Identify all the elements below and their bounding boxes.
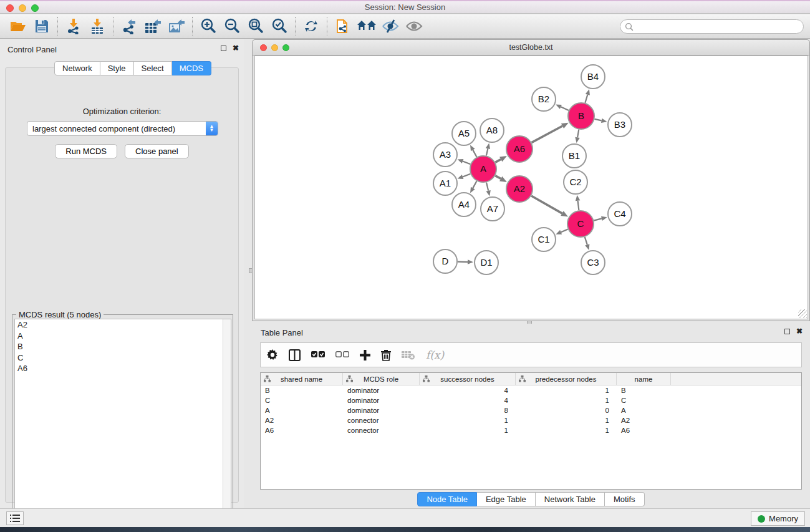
zoom-selected-button[interactable] bbox=[269, 16, 290, 36]
memory-button[interactable]: Memory bbox=[751, 511, 805, 526]
cell-name[interactable]: A bbox=[617, 407, 671, 414]
edge-A-A8[interactable] bbox=[486, 148, 488, 155]
cell-name[interactable]: A6 bbox=[617, 427, 671, 434]
edge-B-B3[interactable] bbox=[594, 119, 601, 121]
table-row[interactable]: Cdominator41C bbox=[261, 395, 801, 405]
cell-predecessor-nodes[interactable]: 1 bbox=[516, 397, 617, 404]
network-canvas[interactable]: B4B2BB3A5A8A6A3B1AA1A2C2A4A7CC1C4C3DD1 bbox=[254, 56, 808, 319]
table-row[interactable]: A6connector11A6 bbox=[261, 425, 801, 435]
tab-mcds[interactable]: MCDS bbox=[172, 61, 211, 75]
delete-column-button[interactable] bbox=[381, 349, 391, 361]
import-network-button[interactable] bbox=[63, 16, 84, 36]
edge-A-A7[interactable] bbox=[486, 182, 488, 190]
cell-shared-name[interactable]: A6 bbox=[261, 427, 343, 434]
mcds-result-item[interactable]: A bbox=[15, 331, 231, 342]
tab-style[interactable]: Style bbox=[100, 61, 134, 75]
criterion-dropdown[interactable]: largest connected component (directed) ▲… bbox=[27, 121, 218, 136]
tab-select[interactable]: Select bbox=[134, 61, 172, 75]
tab-node-table[interactable]: Node Table bbox=[417, 492, 477, 506]
edge-B-B1[interactable] bbox=[577, 130, 579, 138]
cell-predecessor-nodes[interactable]: 1 bbox=[516, 427, 617, 434]
deselect-all-rows-button[interactable] bbox=[335, 351, 349, 359]
edge-C-C4[interactable] bbox=[594, 218, 602, 220]
table-row[interactable]: Adominator80A bbox=[261, 405, 801, 415]
cell-predecessor-nodes[interactable]: 1 bbox=[516, 417, 617, 424]
table-row[interactable]: A2connector11A2 bbox=[261, 415, 801, 425]
run-mcds-button[interactable]: Run MCDS bbox=[55, 144, 117, 158]
close-panel-icon[interactable]: ✖ bbox=[233, 46, 239, 51]
edge-A-A6[interactable] bbox=[495, 159, 501, 162]
network-close-button[interactable] bbox=[260, 44, 267, 51]
column-header-predecessor-nodes[interactable]: predecessor nodes bbox=[516, 373, 617, 385]
edge-A6-B[interactable] bbox=[531, 126, 562, 143]
cell-MCDS-role[interactable]: connector bbox=[343, 417, 420, 424]
float-panel-icon[interactable] bbox=[221, 46, 226, 51]
column-header-shared-name[interactable]: shared name bbox=[261, 373, 343, 385]
tab-network-table[interactable]: Network Table bbox=[536, 492, 605, 506]
float-table-panel-icon[interactable] bbox=[784, 329, 790, 334]
edge-A-A1[interactable] bbox=[463, 174, 470, 177]
cell-MCDS-role[interactable]: dominator bbox=[343, 397, 420, 404]
export-network-button[interactable] bbox=[118, 16, 140, 36]
toggle-columns-button[interactable] bbox=[289, 349, 301, 361]
refresh-button[interactable] bbox=[301, 16, 322, 36]
edge-A-A3[interactable] bbox=[463, 162, 470, 165]
cell-MCDS-role[interactable]: dominator bbox=[343, 387, 420, 394]
cell-shared-name[interactable]: C bbox=[261, 397, 343, 404]
network-zoom-button[interactable] bbox=[282, 44, 289, 51]
cell-name[interactable]: A2 bbox=[617, 417, 671, 424]
edge-C-C3[interactable] bbox=[585, 237, 587, 245]
node-table[interactable]: shared nameMCDS rolesuccessor nodesprede… bbox=[260, 372, 802, 490]
export-table-button[interactable] bbox=[142, 16, 163, 36]
cell-name[interactable]: C bbox=[617, 397, 671, 404]
open-file-button[interactable] bbox=[7, 16, 29, 36]
edge-A-A5[interactable] bbox=[473, 150, 476, 157]
edge-A2-C[interactable] bbox=[531, 196, 562, 213]
cell-shared-name[interactable]: B bbox=[261, 387, 343, 394]
mcds-result-item[interactable]: B bbox=[15, 341, 231, 352]
zoom-window-button[interactable] bbox=[31, 4, 39, 12]
show-eye-button[interactable] bbox=[403, 16, 425, 36]
delete-table-button[interactable] bbox=[402, 350, 415, 360]
edge-A-A4[interactable] bbox=[473, 181, 476, 188]
result-list-scrollbar[interactable] bbox=[223, 319, 231, 525]
new-session-button[interactable] bbox=[332, 16, 354, 36]
home-button[interactable] bbox=[356, 16, 377, 36]
table-settings-button[interactable] bbox=[267, 349, 278, 360]
cell-predecessor-nodes[interactable]: 1 bbox=[516, 387, 617, 394]
tab-motifs[interactable]: Motifs bbox=[605, 492, 645, 506]
cell-successor-nodes[interactable]: 1 bbox=[420, 417, 516, 424]
edge-C-C2[interactable] bbox=[578, 201, 579, 210]
column-header-name[interactable]: name bbox=[617, 373, 671, 385]
edge-A-A2[interactable] bbox=[495, 176, 501, 179]
cell-successor-nodes[interactable]: 4 bbox=[420, 397, 516, 404]
edge-C-C1[interactable] bbox=[561, 230, 568, 233]
search-input[interactable] bbox=[636, 22, 803, 31]
minimize-window-button[interactable] bbox=[19, 4, 26, 12]
save-session-button[interactable] bbox=[31, 16, 52, 36]
mcds-result-item[interactable]: A2 bbox=[15, 319, 231, 331]
cell-successor-nodes[interactable]: 4 bbox=[420, 387, 516, 394]
zoom-in-button[interactable] bbox=[198, 16, 219, 36]
network-graph[interactable]: B4B2BB3A5A8A6A3B1AA1A2C2A4A7CC1C4C3DD1 bbox=[255, 56, 808, 319]
cell-predecessor-nodes[interactable]: 0 bbox=[516, 407, 617, 414]
cell-successor-nodes[interactable]: 1 bbox=[420, 427, 516, 434]
cell-shared-name[interactable]: A bbox=[261, 407, 343, 414]
cell-MCDS-role[interactable]: connector bbox=[343, 427, 420, 434]
add-column-button[interactable] bbox=[360, 350, 370, 360]
close-window-button[interactable] bbox=[6, 4, 14, 12]
export-image-button[interactable] bbox=[166, 16, 187, 36]
network-window-titlebar[interactable]: testGlobe.txt bbox=[253, 40, 809, 56]
network-minimize-button[interactable] bbox=[271, 44, 278, 51]
function-builder-button[interactable]: f(x) bbox=[426, 349, 444, 361]
select-all-rows-button[interactable] bbox=[311, 351, 325, 359]
column-header-MCDS-role[interactable]: MCDS role bbox=[343, 373, 420, 385]
table-row[interactable]: Bdominator41B bbox=[261, 385, 801, 395]
cell-shared-name[interactable]: A2 bbox=[261, 417, 343, 424]
edge-B-B2[interactable] bbox=[561, 107, 569, 110]
search-field[interactable] bbox=[620, 19, 804, 34]
mcds-result-item[interactable]: C bbox=[15, 352, 231, 364]
close-panel-button[interactable]: Close panel bbox=[125, 144, 189, 158]
tab-edge-table[interactable]: Edge Table bbox=[477, 492, 536, 506]
cell-successor-nodes[interactable]: 8 bbox=[420, 407, 516, 414]
